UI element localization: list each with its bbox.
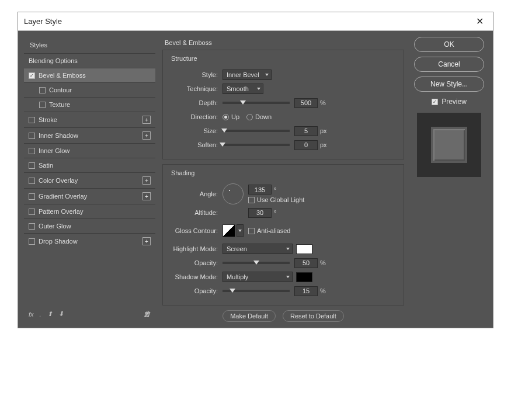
style-checkbox[interactable] (29, 162, 35, 169)
soften-label: Soften: (169, 141, 223, 148)
style-item-pattern-overlay[interactable]: Pattern Overlay (24, 204, 155, 218)
style-checkbox[interactable] (29, 238, 35, 245)
shadow-mode-label: Shadow Mode: (169, 273, 223, 280)
style-checkbox[interactable] (29, 178, 35, 184)
style-checkbox[interactable] (29, 117, 35, 123)
altitude-label: Altitude: (169, 209, 223, 216)
depth-slider[interactable] (223, 102, 290, 104)
size-label: Size: (169, 127, 223, 134)
ok-button[interactable]: OK (414, 37, 484, 52)
style-item-label: Gradient Overlay (39, 193, 87, 200)
style-checkbox[interactable] (29, 223, 35, 230)
preview-checkbox[interactable] (432, 99, 438, 105)
shadow-mode-select[interactable]: Multiply (223, 272, 293, 282)
structure-group: Structure Style: Inner Bevel Technique: … (162, 50, 404, 159)
style-item-label: Stroke (39, 116, 57, 123)
gloss-contour-dropdown[interactable] (237, 224, 244, 237)
layer-style-dialog: Layer Style ✕ Styles Blending Options Be… (18, 12, 493, 328)
soften-input[interactable]: 0 (294, 140, 318, 150)
depth-label: Depth: (169, 99, 223, 106)
panel-title: Bevel & Emboss (162, 37, 404, 50)
style-checkbox[interactable] (29, 72, 35, 79)
dialog-title: Layer Style (24, 17, 62, 26)
plus-icon[interactable]: + (142, 192, 151, 200)
preview-label: Preview (442, 98, 467, 106)
style-checkbox[interactable] (29, 209, 35, 215)
soften-slider[interactable] (223, 144, 290, 146)
style-item-outer-glow[interactable]: Outer Glow (24, 218, 155, 233)
style-item-texture[interactable]: Texture (24, 97, 155, 112)
style-item-label: Texture (49, 101, 70, 108)
style-item-color-overlay[interactable]: Color Overlay+ (24, 172, 155, 188)
style-item-inner-shadow[interactable]: Inner Shadow+ (24, 127, 155, 143)
altitude-input[interactable]: 30 (248, 208, 272, 218)
highlight-opacity-input[interactable]: 50 (294, 258, 318, 268)
style-item-label: Bevel & Emboss (39, 72, 86, 79)
style-item-drop-shadow[interactable]: Drop Shadow+ (24, 233, 155, 249)
style-select[interactable]: Inner Bevel (223, 70, 272, 80)
style-checkbox[interactable] (29, 133, 35, 139)
style-checkbox[interactable] (39, 102, 46, 108)
style-item-label: Drop Shadow (39, 238, 78, 245)
style-item-gradient-overlay[interactable]: Gradient Overlay+ (24, 188, 155, 204)
antialiased-checkbox[interactable] (248, 228, 255, 234)
technique-label: Technique: (169, 85, 223, 92)
angle-input[interactable]: 135 (248, 185, 272, 195)
cancel-button[interactable]: Cancel (414, 57, 484, 72)
blending-options-item[interactable]: Blending Options (24, 53, 155, 68)
highlight-mode-select[interactable]: Screen (223, 244, 293, 254)
styles-header[interactable]: Styles (24, 37, 155, 53)
sidebar-footer: fx. ⬆ ⬇ 🗑 (24, 306, 155, 322)
highlight-opacity-slider[interactable] (223, 262, 290, 264)
reset-default-button[interactable]: Reset to Default (283, 310, 344, 322)
size-slider[interactable] (223, 130, 290, 132)
direction-up-radio[interactable] (223, 114, 229, 120)
styles-sidebar: Styles Blending Options Bevel & EmbossCo… (24, 37, 155, 322)
style-item-label: Color Overlay (39, 177, 78, 184)
arrow-down-icon[interactable]: ⬇ (58, 310, 64, 318)
shading-group: Shading Angle: 135 ° Use Global Li (162, 164, 404, 306)
style-item-label: Inner Glow (39, 147, 69, 154)
style-item-stroke[interactable]: Stroke+ (24, 112, 155, 127)
fx-icon[interactable]: fx (29, 311, 34, 318)
shadow-color-swatch[interactable] (296, 272, 312, 282)
gloss-contour-swatch[interactable] (223, 224, 235, 237)
direction-label: Direction: (169, 113, 223, 120)
make-default-button[interactable]: Make Default (223, 310, 276, 322)
size-input[interactable]: 5 (294, 126, 318, 136)
direction-down-radio[interactable] (246, 114, 253, 120)
gloss-contour-label: Gloss Contour: (169, 227, 223, 234)
titlebar[interactable]: Layer Style ✕ (18, 12, 493, 31)
plus-icon[interactable]: + (142, 116, 151, 124)
angle-dial[interactable] (223, 183, 244, 204)
style-item-contour[interactable]: Contour (24, 82, 155, 97)
style-checkbox[interactable] (39, 87, 46, 93)
style-checkbox[interactable] (29, 148, 35, 154)
new-style-button[interactable]: New Style... (414, 77, 484, 92)
shadow-opacity-label: Opacity: (169, 287, 223, 294)
shadow-opacity-input[interactable]: 15 (294, 286, 318, 296)
trash-icon[interactable]: 🗑 (143, 310, 151, 318)
angle-label: Angle: (169, 190, 223, 197)
close-icon[interactable]: ✕ (472, 16, 487, 27)
global-light-checkbox[interactable] (248, 197, 255, 203)
shadow-opacity-slider[interactable] (223, 290, 290, 292)
highlight-opacity-label: Opacity: (169, 259, 223, 266)
plus-icon[interactable]: + (142, 237, 151, 245)
style-checkbox[interactable] (29, 193, 35, 200)
arrow-up-icon[interactable]: ⬆ (47, 310, 53, 318)
highlight-mode-label: Highlight Mode: (169, 245, 223, 252)
style-item-inner-glow[interactable]: Inner Glow (24, 143, 155, 158)
style-item-bevel-emboss[interactable]: Bevel & Emboss (24, 68, 155, 82)
right-panel: OK Cancel New Style... Preview (411, 37, 487, 322)
technique-select[interactable]: Smooth (223, 84, 263, 94)
depth-input[interactable]: 500 (294, 98, 318, 108)
plus-icon[interactable]: + (142, 176, 151, 185)
highlight-color-swatch[interactable] (296, 244, 312, 254)
plus-icon[interactable]: + (142, 131, 151, 140)
style-item-label: Satin (39, 162, 53, 169)
style-item-label: Outer Glow (39, 223, 71, 230)
style-item-label: Inner Shadow (39, 132, 78, 139)
style-label: Style: (169, 71, 223, 78)
style-item-satin[interactable]: Satin (24, 158, 155, 172)
